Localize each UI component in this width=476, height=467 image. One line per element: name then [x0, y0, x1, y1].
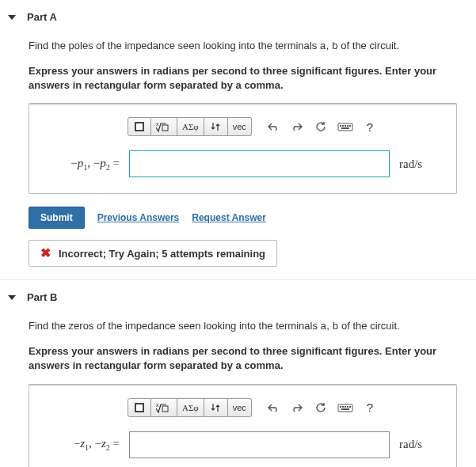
terminal-b: b	[332, 40, 338, 52]
svg-rect-3	[162, 125, 168, 131]
feedback-text: Incorrect; Try Again; 5 attempts remaini…	[59, 248, 265, 260]
prompt-tail: of the circuit.	[338, 40, 399, 51]
subscript-button[interactable]	[204, 117, 228, 136]
reset-button[interactable]	[309, 398, 333, 417]
fraction-root-button[interactable]: x	[151, 398, 177, 417]
svg-rect-16	[340, 406, 341, 408]
help-button[interactable]: ?	[358, 398, 382, 417]
svg-rect-18	[345, 406, 346, 408]
part-b-title: Part B	[27, 291, 57, 303]
template-button[interactable]	[128, 398, 151, 417]
help-button[interactable]: ?	[358, 117, 382, 136]
answer-units-a: rad/s	[399, 158, 445, 171]
collapse-icon[interactable]	[8, 15, 16, 20]
answer-panel-a: x ΑΣφ vec	[29, 103, 457, 194]
greek-button[interactable]: ΑΣφ	[177, 398, 204, 417]
answer-units-b: rad/s	[399, 438, 445, 451]
answer-lhs-a: −p1, −p2 =	[40, 157, 120, 172]
vector-button[interactable]: vec	[228, 117, 252, 136]
svg-text:x: x	[156, 121, 159, 127]
prompt-text: Find the poles of the impedance seen loo…	[29, 40, 320, 51]
equation-toolbar: x ΑΣφ vec	[40, 398, 445, 417]
prompt-comma: ,	[326, 40, 332, 51]
redo-button[interactable]	[285, 398, 309, 417]
svg-rect-14	[162, 406, 168, 412]
svg-rect-8	[347, 125, 348, 127]
part-a-instructions: Express your answers in radians per seco…	[29, 64, 457, 92]
prompt-comma: ,	[326, 320, 332, 332]
vector-button[interactable]: vec	[228, 398, 252, 417]
answer-input-b[interactable]	[129, 431, 390, 458]
submit-button[interactable]: Submit	[29, 207, 85, 229]
svg-rect-19	[347, 406, 348, 408]
svg-rect-1	[136, 123, 143, 130]
incorrect-icon: ✖	[40, 247, 51, 260]
svg-rect-21	[341, 408, 349, 410]
svg-text:x: x	[156, 402, 159, 408]
undo-button[interactable]	[261, 398, 285, 417]
svg-rect-5	[340, 125, 341, 127]
keyboard-button[interactable]	[333, 398, 358, 417]
fraction-root-button[interactable]: x	[151, 117, 177, 136]
svg-rect-17	[342, 406, 344, 408]
part-a-prompt: Find the poles of the impedance seen loo…	[29, 39, 457, 54]
svg-rect-4	[338, 123, 352, 131]
template-button[interactable]	[128, 117, 151, 136]
svg-rect-12	[136, 404, 143, 411]
keyboard-button[interactable]	[333, 117, 358, 136]
answer-panel-b: x ΑΣφ vec	[29, 384, 457, 467]
redo-button[interactable]	[285, 117, 309, 136]
prompt-tail: of the circuit.	[338, 320, 399, 332]
terminal-a: a	[320, 40, 326, 52]
svg-rect-10	[341, 127, 349, 129]
svg-rect-6	[342, 125, 344, 127]
undo-button[interactable]	[261, 117, 285, 136]
feedback-box: ✖ Incorrect; Try Again; 5 attempts remai…	[29, 240, 277, 267]
svg-rect-7	[345, 125, 346, 127]
equation-toolbar: x ΑΣφ vec	[40, 117, 445, 136]
reset-button[interactable]	[309, 117, 333, 136]
answer-input-a[interactable]	[129, 150, 390, 177]
previous-answers-link[interactable]: Previous Answers	[97, 212, 180, 223]
answer-lhs-b: −z1, −z2 =	[40, 437, 120, 452]
svg-rect-9	[349, 125, 351, 127]
prompt-text: Find the zeros of the impedance seen loo…	[29, 320, 321, 332]
svg-rect-15	[338, 404, 352, 412]
greek-button[interactable]: ΑΣφ	[177, 117, 204, 136]
part-b-instructions: Express your answers in radians per seco…	[29, 344, 457, 372]
collapse-icon[interactable]	[8, 295, 16, 300]
subscript-button[interactable]	[204, 398, 228, 417]
request-answer-link[interactable]: Request Answer	[192, 212, 266, 223]
part-b-prompt: Find the zeros of the impedance seen loo…	[29, 319, 457, 334]
svg-rect-20	[349, 406, 351, 408]
part-a-title: Part A	[27, 11, 57, 23]
